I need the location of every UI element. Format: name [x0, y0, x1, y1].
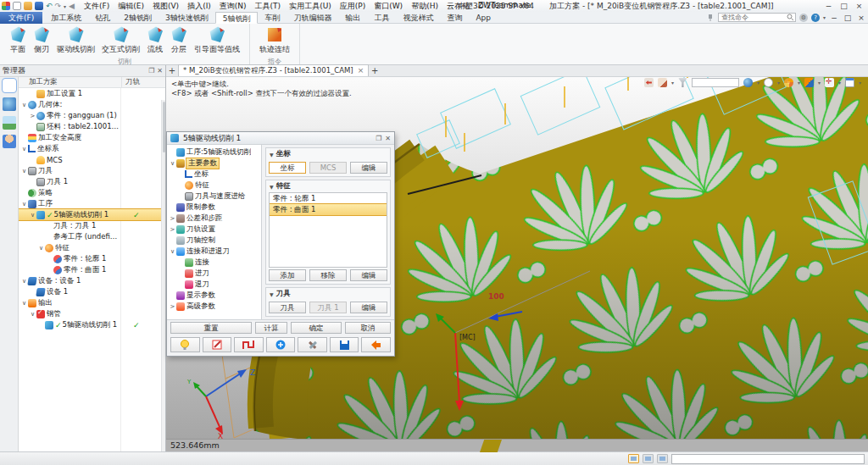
ribbon-button[interactable]: 流线 — [144, 25, 166, 56]
new-doc-tab-icon[interactable]: + — [166, 65, 178, 76]
layout-split-icon[interactable] — [657, 454, 668, 463]
dialog-close-icon[interactable]: ✕ — [385, 135, 391, 142]
hint-button[interactable] — [170, 337, 200, 352]
help-dropdown-icon[interactable]: ▾ — [823, 14, 826, 20]
expand-icon[interactable]: > — [29, 113, 36, 119]
ribbon-tab[interactable]: 5轴铣削 — [215, 12, 259, 24]
tree-item[interactable]: 设备 1 — [19, 286, 165, 297]
manager-close-icon[interactable]: ✕ — [157, 67, 163, 75]
ribbon-tab[interactable]: 输出 — [338, 12, 367, 24]
tree-item[interactable]: MCS — [19, 154, 165, 165]
menu-item[interactable]: 文件(F) — [80, 1, 114, 12]
expand-icon[interactable]: > — [169, 226, 176, 233]
exit-op-button[interactable] — [361, 337, 391, 352]
save-op-button[interactable] — [330, 337, 359, 352]
ribbon-tab[interactable]: 2轴铣削 — [117, 12, 159, 24]
restore-button[interactable]: □ — [837, 1, 851, 11]
qat-collapse-icon[interactable]: ◀ — [69, 2, 75, 10]
open-file-icon[interactable] — [24, 2, 32, 10]
doc-restore-button[interactable]: □ — [843, 13, 853, 23]
tool-button[interactable]: 刀具 — [269, 302, 306, 313]
tab-close-icon[interactable]: × — [358, 65, 364, 76]
coordinate-edit-button[interactable]: 编辑 — [350, 162, 387, 174]
qat-dropdown-icon[interactable]: ▾ — [64, 3, 66, 9]
window-layout-icon[interactable] — [845, 78, 854, 87]
tree-item[interactable]: 参考工序 (undefined) — [19, 231, 165, 242]
dialog-tree-item[interactable]: >刀轨设置 — [167, 224, 261, 235]
coordinate-header[interactable]: 坐标 — [276, 149, 291, 159]
filter-icon[interactable] — [678, 78, 687, 87]
tree-item[interactable]: 零件 : 曲面 1 — [19, 264, 165, 275]
expand-icon[interactable]: ∨ — [20, 168, 28, 174]
tree-item[interactable]: 加工安全高度 — [19, 132, 165, 143]
ok-button[interactable]: 确定 — [291, 322, 342, 334]
tree-item[interactable]: 刀具 : 刀具 1 — [19, 220, 165, 231]
expand-icon[interactable]: ∨ — [20, 201, 28, 208]
column-plan[interactable]: 加工方案 — [19, 77, 121, 87]
dialog-tree-item[interactable]: 工序:5轴驱动线切削 — [167, 147, 261, 158]
tree-item[interactable]: 加工设置 1 — [19, 88, 165, 99]
ribbon-tab[interactable]: 文件(F) — [0, 12, 42, 24]
menu-item[interactable]: 应用(P) — [336, 1, 370, 12]
redo-icon[interactable]: ↷ — [55, 2, 62, 10]
dialog-tree-item[interactable]: 连接 — [167, 257, 261, 268]
add-button[interactable]: 添加 — [269, 269, 306, 281]
ribbon-button[interactable]: 驱动线切削 — [54, 25, 97, 56]
manager-scrollbar[interactable] — [161, 100, 165, 451]
menu-item[interactable]: 工具(T) — [251, 1, 286, 12]
coordinate-button[interactable]: 坐标 — [269, 162, 306, 174]
tree-item[interactable]: ∨工序 — [19, 198, 165, 209]
tree-item[interactable]: ∨设备 : 设备 1 — [19, 275, 165, 286]
cancel-button[interactable]: 取消 — [345, 322, 391, 334]
dialog-tree-item[interactable]: 退刀 — [167, 279, 261, 290]
dialog-tree-item[interactable]: >高级参数 — [167, 301, 261, 312]
manager-float-icon[interactable]: ❐ — [148, 67, 154, 75]
tree-item[interactable]: ∨钢管 — [19, 308, 165, 319]
document-tab[interactable]: * M_20iB变位机钢管程序.Z3 - [table2.1001_CAM] × — [178, 64, 369, 76]
browser-tab-icon[interactable] — [3, 97, 16, 111]
layout-single-icon[interactable] — [628, 454, 639, 463]
ribbon-button[interactable]: 轨迹连结 — [257, 25, 292, 56]
exit-pick-icon[interactable] — [644, 78, 654, 87]
expand-icon[interactable]: ∨ — [29, 212, 36, 219]
dialog-float-icon[interactable]: ❐ — [376, 135, 381, 142]
toolpath-button[interactable] — [234, 337, 264, 352]
tree-item[interactable]: 坯料 : table2.1001_坯料.1 (2) — [19, 121, 165, 132]
menu-item[interactable]: 编辑(E) — [114, 1, 148, 12]
expand-icon[interactable]: ∨ — [169, 248, 176, 255]
tree-item[interactable]: ∨✓5轴驱动线切削 1✓ — [19, 209, 165, 220]
render-style-icon[interactable] — [784, 78, 793, 87]
undo-icon[interactable]: ↶ — [46, 2, 53, 10]
ribbon-button[interactable]: 分层 — [168, 25, 190, 56]
tree-item[interactable]: 零件 : 轮廓 1 — [19, 253, 165, 264]
ribbon-tab[interactable]: 刀轨编辑器 — [287, 12, 338, 24]
tree-item[interactable]: ∨特征 — [19, 242, 165, 253]
expand-icon[interactable]: ∨ — [37, 245, 45, 252]
dialog-tree-item[interactable]: 特征 — [167, 180, 261, 191]
save-icon[interactable] — [35, 2, 43, 10]
menu-item[interactable]: 视图(V) — [148, 1, 183, 12]
expand-icon[interactable]: > — [169, 215, 176, 222]
expand-icon[interactable]: ∨ — [20, 102, 28, 108]
dialog-tree-item[interactable]: 坐标 — [167, 169, 261, 180]
new-file-icon[interactable] — [13, 2, 21, 10]
add-tab-icon[interactable]: + — [369, 65, 381, 76]
tree-item[interactable]: 策略 — [19, 187, 165, 198]
ribbon-button[interactable]: 侧刃 — [31, 25, 53, 56]
move-view-icon[interactable] — [825, 78, 834, 87]
expand-icon[interactable]: ∨ — [29, 311, 36, 318]
dialog-tree-item[interactable]: >公差和步距 — [167, 213, 261, 224]
ribbon-tab[interactable]: 加工系统 — [44, 12, 88, 24]
layout-monitor-icon[interactable] — [643, 454, 654, 463]
menu-item[interactable]: 查询(N) — [215, 1, 251, 12]
reset-button[interactable]: 重置 — [170, 322, 252, 334]
pin-icon[interactable] — [706, 14, 715, 22]
role-tab-icon[interactable] — [3, 135, 16, 148]
doc-minimize-button[interactable]: − — [829, 13, 839, 23]
tool-edit-button[interactable]: 编辑 — [350, 302, 387, 313]
feature-item[interactable]: 零件 : 轮廓 1 — [270, 193, 387, 204]
tree-item[interactable]: >零件 : gangguan (1) — [19, 110, 165, 121]
dialog-tree-item[interactable]: 进刀 — [167, 268, 261, 279]
ribbon-button[interactable]: 交互式切削 — [99, 25, 142, 56]
edit-params-button[interactable] — [203, 337, 232, 352]
